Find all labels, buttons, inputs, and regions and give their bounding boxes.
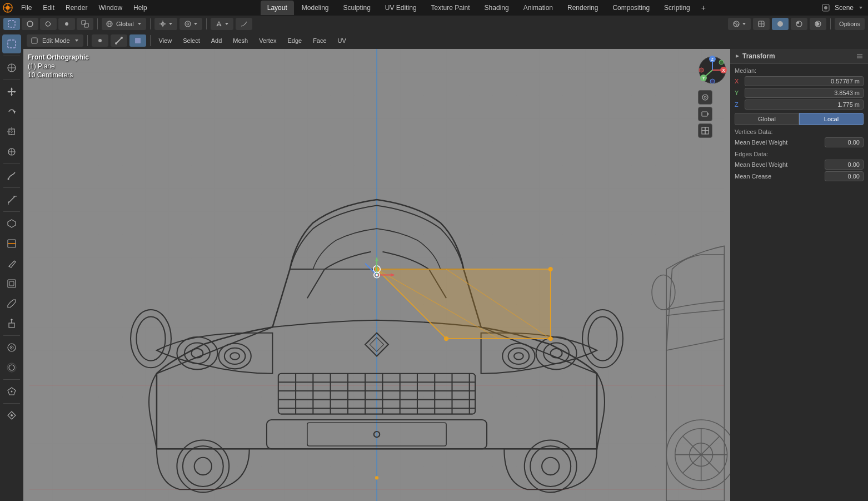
shading-wire-btn[interactable] — [753, 18, 770, 30]
svg-marker-47 — [11, 94, 13, 96]
falloff-icon — [240, 20, 248, 28]
tool-extra[interactable] — [2, 382, 21, 401]
menu-file[interactable]: File — [16, 0, 37, 16]
tool-custom[interactable] — [2, 406, 21, 425]
svg-rect-7 — [8, 21, 15, 27]
snap-btn[interactable] — [211, 18, 233, 30]
tool-knife[interactable] — [2, 254, 21, 273]
multi-select-icon[interactable] — [77, 18, 93, 30]
menu-edit[interactable]: Edit — [37, 0, 60, 16]
camera-btn[interactable] — [698, 107, 712, 121]
svg-line-38 — [116, 38, 122, 43]
tool-cursor[interactable] — [2, 58, 21, 77]
global-btn[interactable]: Global — [735, 113, 799, 125]
vertices-bevel-weight-value[interactable]: 0.00 — [825, 137, 864, 147]
overlay-btn[interactable] — [728, 18, 751, 30]
shading-rendered-btn[interactable] — [810, 18, 826, 30]
add-workspace-button[interactable]: + — [698, 3, 709, 12]
tab-scripting[interactable]: Scripting — [657, 1, 697, 15]
tab-uv-editing[interactable]: UV Editing — [378, 1, 423, 15]
tab-texture-paint[interactable]: Texture Paint — [425, 1, 477, 15]
menu-render[interactable]: Render — [60, 0, 93, 16]
pivot-point-btn[interactable] — [154, 18, 177, 30]
viewport[interactable]: Front Orthographic (1) Plane 10 Centimet… — [23, 49, 730, 501]
x-value[interactable]: 0.57787 m — [745, 76, 864, 86]
local-btn[interactable]: Local — [799, 113, 864, 125]
tool-transform[interactable] — [2, 142, 21, 161]
view-layer-icon — [821, 3, 830, 12]
menu-select[interactable]: Select — [178, 34, 204, 47]
tab-shading[interactable]: Shading — [478, 1, 516, 15]
collapse-arrow-icon[interactable] — [735, 53, 740, 59]
z-value[interactable]: 1.775 m — [745, 100, 864, 110]
select-circle-icon[interactable] — [22, 18, 38, 30]
proportional-btn[interactable] — [179, 18, 202, 30]
svg-marker-174 — [736, 54, 739, 58]
shading-material-btn[interactable] — [791, 18, 807, 30]
y-value[interactable]: 3.8543 m — [745, 88, 864, 98]
svg-point-76 — [11, 414, 13, 416]
shading-solid-btn[interactable] — [772, 18, 789, 30]
wireframe-icon — [757, 20, 765, 28]
tool-shrink-fatten[interactable] — [2, 358, 21, 377]
menu-face[interactable]: Face — [308, 34, 331, 47]
tool-annotate[interactable] — [2, 166, 21, 185]
zoom-to-fit-btn[interactable] — [698, 90, 712, 105]
tab-animation[interactable]: Animation — [517, 1, 560, 15]
edge-mode-btn[interactable] — [111, 34, 127, 47]
menu-add[interactable]: Add — [207, 34, 227, 47]
tool-scale[interactable] — [2, 122, 21, 141]
object-label: (1) Plane — [28, 62, 89, 70]
tool-smooth-vertex[interactable] — [2, 338, 21, 357]
transform-space-dropdown[interactable]: Global — [102, 18, 146, 30]
select-box-icon[interactable] — [3, 18, 20, 30]
menu-view[interactable]: View — [154, 34, 177, 47]
tool-rotate[interactable] — [2, 102, 21, 121]
display-mode-btn[interactable] — [698, 123, 712, 138]
menu-vertex[interactable]: Vertex — [255, 34, 281, 47]
nav-gizmo[interactable]: Z X Y — [698, 56, 727, 85]
tool-measure[interactable] — [2, 190, 21, 209]
svg-rect-10 — [82, 21, 86, 24]
tool-sep8 — [3, 403, 20, 404]
options-btn[interactable]: Options — [835, 18, 865, 30]
falloff-btn[interactable] — [236, 18, 252, 30]
svg-marker-27 — [742, 23, 746, 25]
menu-edge[interactable]: Edge — [283, 34, 306, 47]
face-mode-btn[interactable] — [129, 34, 146, 47]
tool-extrude[interactable] — [2, 314, 21, 333]
svg-point-8 — [27, 21, 33, 27]
tool-poly-build[interactable] — [2, 214, 21, 233]
tool-inset[interactable] — [2, 274, 21, 293]
tool-select-box[interactable] — [2, 34, 21, 53]
x-label: X — [735, 78, 745, 85]
select-lasso-icon[interactable] — [40, 18, 57, 30]
svg-rect-172 — [702, 131, 705, 134]
tool-move[interactable] — [2, 82, 21, 101]
menu-window[interactable]: Window — [93, 0, 128, 16]
scene-dropdown-icon[interactable] — [858, 5, 864, 11]
edit-mode-dropdown[interactable]: Edit Mode — [27, 34, 83, 47]
tool-sep5 — [3, 211, 20, 212]
menu-uv[interactable]: UV — [333, 34, 351, 47]
tab-layout[interactable]: Layout — [261, 1, 294, 15]
svg-point-37 — [98, 39, 102, 42]
mode-bar: Edit Mode View Select Add Mesh Vertex Ed… — [23, 32, 868, 49]
scene-label: Scene — [835, 4, 854, 12]
tab-modeling[interactable]: Modeling — [295, 1, 336, 15]
tab-compositing[interactable]: Compositing — [606, 1, 656, 15]
mean-crease-value[interactable]: 0.00 — [825, 171, 864, 181]
panel-options-icon[interactable] — [856, 52, 864, 60]
menu-mesh[interactable]: Mesh — [228, 34, 252, 47]
tweak-icon[interactable] — [58, 18, 75, 30]
svg-point-134 — [444, 336, 448, 341]
tab-rendering[interactable]: Rendering — [561, 1, 605, 15]
svg-rect-66 — [9, 323, 14, 328]
tool-loop-cut[interactable] — [2, 234, 21, 253]
edges-bevel-weight-value[interactable]: 0.00 — [825, 160, 864, 170]
svg-marker-50 — [13, 111, 16, 113]
tab-sculpting[interactable]: Sculpting — [336, 1, 377, 15]
menu-help[interactable]: Help — [128, 0, 153, 16]
tool-bevel[interactable] — [2, 294, 21, 313]
vertex-mode-btn[interactable] — [92, 34, 108, 47]
